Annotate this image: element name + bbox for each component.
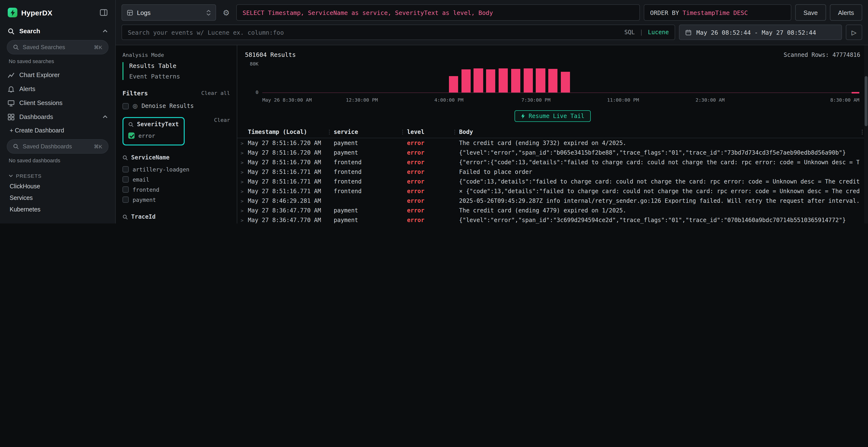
scrollbar[interactable] [864,45,868,224]
select-query-input[interactable]: SELECT Timestamp, ServiceName as service… [236,4,640,21]
table-row[interactable]: >May 27 8:36:47.770 AMpaymenterror{"leve… [237,215,868,224]
search-icon[interactable] [128,122,133,127]
preset-item-kubernetes[interactable]: Kubernetes [0,204,115,215]
histogram-bar[interactable] [523,69,533,93]
histogram-bar[interactable] [561,72,570,93]
save-button[interactable]: Save [795,4,826,21]
table-row[interactable]: >May 27 8:51:16.770 AMfrontenderror{"err… [237,158,868,167]
order-by-input[interactable]: ORDER BY TimestampTime DESC [644,4,791,21]
mode-sql-toggle[interactable]: SQL [624,29,634,36]
source-select[interactable]: Logs [122,4,216,21]
no-saved-dashboards-text: No saved dashboards [9,158,106,163]
search-icon[interactable] [123,214,128,219]
row-timestamp: May 27 8:51:16.720 AM [248,149,334,156]
checkbox-checked[interactable] [128,133,134,139]
event-search-bar[interactable]: SQL | Lucene [122,25,675,40]
shortcut-hint: ⌘K [94,143,102,149]
sidebar-item-client-sessions[interactable]: Client Sessions [0,96,115,110]
row-expand-chevron[interactable]: > [237,160,248,165]
row-body: {"error":{"code":13,"details":"failed to… [459,159,859,166]
alerts-button[interactable]: Alerts [830,4,862,21]
presets-toggle[interactable]: PRESETS [9,173,115,179]
sidebar-item-dashboards[interactable]: Dashboards [0,110,115,124]
scrollbar-thumb[interactable] [865,76,868,126]
table-row[interactable]: >May 27 8:51:16.720 AMpaymenterrorThe cr… [237,138,868,148]
facet-group-servicename: ServiceName artillery-loadgenemailfronte… [123,154,230,205]
table-row[interactable]: >May 27 8:51:16.771 AMfrontenderror× {"c… [237,186,868,196]
preset-item-clickhouse[interactable]: ClickHouse [0,181,115,192]
row-body: {"code":13,"details":"failed to charge c… [459,178,859,185]
row-timestamp: May 27 8:36:47.770 AM [248,207,334,214]
histogram-bar[interactable] [511,69,520,93]
column-header-body[interactable]: Body [459,128,859,135]
sidebar-item-alerts[interactable]: Alerts [0,82,115,96]
chart-icon [8,72,14,78]
time-range-picker[interactable]: May 26 08:52:44 - May 27 08:52:44 [679,25,842,40]
source-settings-gear-icon[interactable]: ⚙ [220,6,232,19]
facet-option[interactable]: payment [123,195,230,205]
histogram-bar[interactable] [449,76,458,93]
run-query-button[interactable]: ▷ [846,25,862,40]
checkbox[interactable] [123,103,129,109]
create-dashboard-button[interactable]: + Create Dashboard [0,124,115,137]
facet-option-label: email [133,176,149,183]
table-row[interactable]: >May 27 8:51:16.771 AMfrontenderror{"cod… [237,177,868,186]
row-expand-chevron[interactable]: > [237,150,248,156]
row-expand-chevron[interactable]: > [237,188,248,194]
row-expand-chevron[interactable]: > [237,208,248,213]
column-header-level[interactable]: level [407,128,459,135]
preset-item-services[interactable]: Services [0,192,115,204]
sidebar-item-search[interactable]: Search [0,24,115,38]
checkbox[interactable] [123,176,129,182]
table-row[interactable]: >May 27 8:46:29.281 AMerror2025-05-26T09… [237,196,868,206]
checkbox[interactable] [123,186,129,193]
facet-option[interactable]: email [123,174,230,184]
histogram-bar[interactable] [474,69,483,93]
checkbox[interactable] [123,197,129,203]
severity-clear-link[interactable]: Clear [214,117,230,123]
row-level: error [407,207,459,214]
histogram-bar[interactable] [461,69,470,93]
search-input[interactable] [128,29,619,36]
row-expand-chevron[interactable]: > [237,140,248,146]
column-header-service[interactable]: service [334,128,407,135]
x-axis-label: May 26 8:30:00 AM [262,97,312,103]
saved-searches-input[interactable]: Saved Searches ⌘K [7,40,108,55]
table-row[interactable]: >May 27 8:36:47.770 AMpaymenterrorThe cr… [237,206,868,215]
histogram-bar[interactable] [548,69,557,93]
row-expand-chevron[interactable]: > [237,179,248,184]
histogram-bar[interactable] [536,68,545,93]
clear-all-link[interactable]: Clear all [201,90,230,96]
search-icon[interactable] [123,155,128,160]
facet-option[interactable]: frontend [123,184,230,195]
no-saved-searches-text: No saved searches [9,58,106,64]
row-expand-chevron[interactable]: > [237,198,248,204]
sidebar-item-label: Client Sessions [19,99,62,106]
resume-live-tail-button[interactable]: Resume Live Tail [515,110,590,122]
chevron-up-icon [103,29,107,33]
facet-option[interactable]: error [128,131,179,141]
sidebar: HyperDX Search Saved Searches ⌘K No save… [0,0,116,224]
saved-dashboards-input[interactable]: Saved Dashboards ⌘K [7,139,108,153]
search-icon [13,44,19,50]
mode-results-table[interactable]: Results Table [129,62,230,69]
mode-lucene-toggle[interactable]: Lucene [648,29,669,36]
row-expand-chevron[interactable]: > [237,217,248,223]
mode-event-patterns[interactable]: Event Patterns [129,73,230,80]
checkbox[interactable] [123,166,129,172]
facet-name: ServiceName [131,154,169,161]
sidebar-collapse-icon[interactable] [100,9,107,16]
shortcut-hint: ⌘K [94,44,102,50]
column-header-timestamp[interactable]: Timestamp (Local) [248,128,334,135]
sidebar-item-chart-explorer[interactable]: Chart Explorer [0,68,115,82]
row-expand-chevron[interactable]: > [237,169,248,175]
table-row[interactable]: >May 27 8:51:16.720 AMpaymenterror{"leve… [237,148,868,158]
histogram-bar[interactable] [499,68,508,93]
mode-separator: | [640,29,643,36]
row-body: × {"code":13,"details":"failed to charge… [459,188,859,195]
facet-option[interactable]: artillery-loadgen [123,164,230,174]
table-row[interactable]: >May 27 8:51:16.771 AMfrontenderrorFaile… [237,167,868,177]
denoise-toggle[interactable]: ◎ Denoise Results [123,103,230,109]
facet-group-traceid: TraceId 03b44828f42a3573ea655ce…042a30c3… [123,213,230,224]
histogram-bar[interactable] [486,69,495,93]
